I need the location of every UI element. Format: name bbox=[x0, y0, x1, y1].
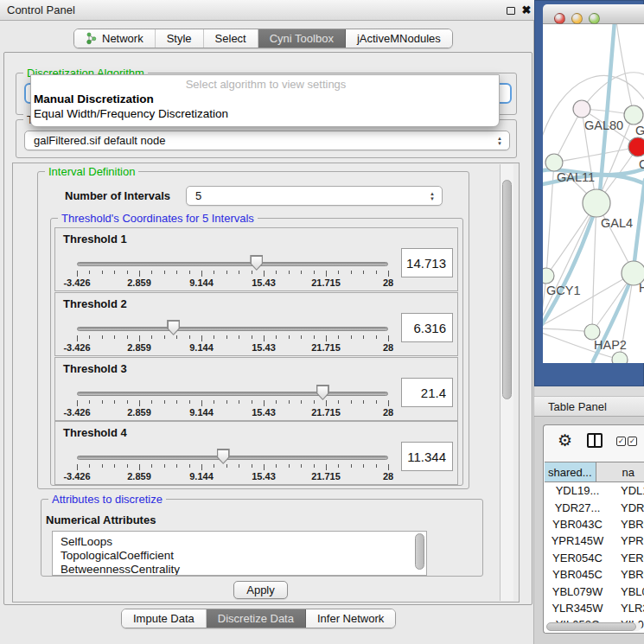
network-node[interactable] bbox=[573, 100, 590, 118]
horizontal-scrollbar-thumb[interactable] bbox=[546, 622, 636, 631]
float-window-icon[interactable] bbox=[507, 7, 515, 15]
popup-item-manual-discretization[interactable]: Manual Discretization bbox=[34, 92, 154, 105]
tick-label: 28 bbox=[383, 407, 393, 418]
tab-jactivemnodules[interactable]: jActiveMNodules bbox=[346, 29, 452, 48]
network-edge[interactable] bbox=[616, 24, 634, 115]
apply-button[interactable]: Apply bbox=[233, 581, 288, 599]
slider-track[interactable] bbox=[77, 262, 388, 266]
slider-thumb-face bbox=[169, 322, 179, 335]
vertical-scrollbar-thumb[interactable] bbox=[502, 180, 512, 399]
tab-select[interactable]: Select bbox=[204, 29, 258, 48]
tick-label: 9.144 bbox=[189, 277, 214, 288]
checkbox-icon[interactable]: ✓ bbox=[628, 437, 637, 446]
tick-mark bbox=[77, 271, 78, 277]
slider-thumb[interactable] bbox=[217, 449, 230, 464]
popup-item-equal-width-frequency[interactable]: Equal Width/Frequency Discretization bbox=[34, 107, 228, 120]
tick-mark bbox=[314, 271, 315, 274]
table-row[interactable]: YER054CYER0 bbox=[545, 550, 644, 566]
table-panel-titlebar: Table Panel bbox=[534, 396, 644, 417]
network-node[interactable] bbox=[612, 352, 628, 363]
tick-mark bbox=[388, 464, 389, 470]
tick-mark bbox=[77, 400, 78, 406]
threshold-value-input[interactable] bbox=[401, 313, 453, 342]
numerical-attributes-label: Numerical Attributes bbox=[46, 513, 156, 526]
minimize-traffic-light[interactable] bbox=[571, 13, 583, 24]
tab-cyni-toolbox[interactable]: Cyni Toolbox bbox=[258, 29, 346, 48]
network-node[interactable] bbox=[628, 137, 644, 156]
table-horizontal-scrollbar[interactable] bbox=[546, 622, 641, 631]
threshold-label: Threshold 3 bbox=[63, 362, 127, 375]
table-row[interactable]: YLR345WYLR3 bbox=[545, 600, 644, 616]
threshold-value-input[interactable] bbox=[401, 442, 453, 471]
numerical-attributes-list[interactable]: SelfLoopsTopologicalCoefficientBetweenne… bbox=[52, 531, 427, 576]
threshold-value-input[interactable] bbox=[401, 378, 453, 407]
number-of-intervals-spinner[interactable]: 5 ▲▼ bbox=[186, 186, 443, 206]
tick-mark bbox=[314, 335, 315, 339]
popup-placeholder-item: Select algorithm to view settings bbox=[31, 78, 501, 91]
table-cell-name: YDL1 bbox=[610, 482, 644, 499]
tick-mark bbox=[77, 464, 78, 470]
number-of-intervals-label: Number of Intervals bbox=[65, 189, 170, 202]
network-window-titlebar[interactable] bbox=[543, 4, 644, 24]
network-node[interactable] bbox=[583, 189, 610, 217]
network-edge[interactable] bbox=[543, 203, 596, 322]
tick-mark bbox=[388, 400, 389, 406]
tick-mark bbox=[289, 400, 290, 404]
table-row[interactable]: YPR145WYPR1 bbox=[545, 532, 644, 549]
column-header-shared-name[interactable]: shared... bbox=[545, 462, 596, 482]
slider-track[interactable] bbox=[77, 456, 388, 460]
network-node[interactable] bbox=[545, 154, 563, 171]
network-node[interactable] bbox=[543, 268, 554, 284]
tab-label: Network bbox=[102, 32, 143, 45]
table-row[interactable]: YDR27...YDR2 bbox=[545, 499, 644, 515]
tick-mark bbox=[189, 400, 190, 404]
settings-vertical-scrollbar[interactable] bbox=[500, 164, 513, 601]
slider-thumb[interactable] bbox=[316, 385, 329, 400]
network-edge[interactable] bbox=[554, 147, 638, 163]
table-cell-shared-name: YPR145W bbox=[545, 532, 610, 549]
tick-mark bbox=[276, 400, 277, 404]
tab-label: jActiveMNodules bbox=[357, 32, 441, 45]
attributes-scrollbar-thumb[interactable] bbox=[415, 533, 424, 570]
threshold-value-input[interactable] bbox=[401, 248, 453, 277]
close-icon[interactable]: ✖ bbox=[520, 3, 533, 18]
table-row[interactable]: YBR043CYBR0 bbox=[545, 516, 644, 532]
tick-mark bbox=[338, 400, 339, 404]
tick-mark bbox=[201, 335, 202, 341]
slider-thumb[interactable] bbox=[250, 255, 263, 271]
network-edge-highlighted[interactable] bbox=[634, 180, 644, 261]
tick-mark bbox=[102, 335, 103, 339]
table-data-combobox[interactable]: galFiltered.sif default node ▲▼ bbox=[24, 131, 510, 150]
tick-mark bbox=[289, 335, 290, 339]
table-row[interactable]: YDL19...YDL1 bbox=[545, 482, 644, 499]
tab-impute-data[interactable]: Impute Data bbox=[122, 609, 207, 628]
tab-infer-network[interactable]: Infer Network bbox=[306, 609, 395, 628]
attribute-list-item[interactable]: TopologicalCoefficient bbox=[61, 549, 174, 562]
table-cell-name: YBR0 bbox=[610, 566, 644, 583]
gear-icon[interactable]: ⚙ bbox=[558, 430, 572, 451]
network-canvas[interactable]: GAL80GACGAL11GAL4GCY1HHAP2 bbox=[543, 24, 644, 363]
column-header-name[interactable]: na bbox=[596, 462, 644, 482]
tab-style[interactable]: Style bbox=[156, 29, 204, 48]
attributes-list-scrollbar[interactable] bbox=[415, 533, 424, 573]
table-row[interactable]: YBL079WYBL0 bbox=[545, 583, 644, 599]
table-cell-shared-name: YDR27... bbox=[545, 499, 610, 515]
tick-mark bbox=[301, 464, 302, 468]
tick-label: 9.144 bbox=[189, 407, 214, 418]
checkbox-icon[interactable]: ✓ bbox=[616, 437, 626, 446]
network-edge[interactable] bbox=[546, 163, 554, 276]
attribute-list-item[interactable]: BetweennessCentrality bbox=[61, 563, 180, 576]
slider-thumb[interactable] bbox=[167, 320, 180, 335]
network-node[interactable] bbox=[624, 105, 643, 124]
split-column-icon[interactable] bbox=[587, 433, 603, 448]
slider-track[interactable] bbox=[77, 392, 388, 396]
close-traffic-light[interactable] bbox=[554, 13, 565, 24]
slider-track[interactable] bbox=[77, 327, 388, 331]
tab-network[interactable]: Network bbox=[74, 29, 156, 48]
zoom-traffic-light[interactable] bbox=[589, 13, 600, 24]
tab-discretize-data[interactable]: Discretize Data bbox=[207, 609, 306, 628]
tick-mark bbox=[164, 464, 165, 468]
table-row[interactable]: YBR045CYBR0 bbox=[545, 566, 644, 583]
attribute-list-item[interactable]: SelfLoops bbox=[61, 535, 112, 548]
tick-label: 21.715 bbox=[311, 471, 341, 481]
